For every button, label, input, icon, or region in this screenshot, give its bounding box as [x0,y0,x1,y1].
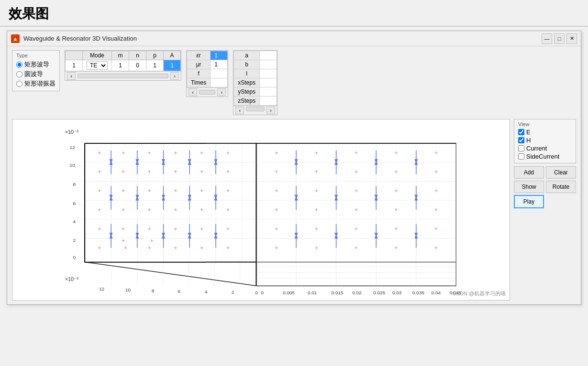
param-row-ur: μr 1 [187,60,228,69]
rp-value-zsteps[interactable] [259,97,277,106]
maximize-button[interactable]: □ [554,33,565,44]
params-nav: ‹ › [187,87,228,97]
mode-table-scrollbar[interactable] [78,74,168,78]
minimize-button[interactable]: — [542,33,552,44]
radio-rect-res-label: 矩形谐振器 [24,79,55,88]
checkbox-H-row[interactable]: H [518,137,572,144]
svg-text:0: 0 [73,255,76,260]
radio-rect-res[interactable]: 矩形谐振器 [16,79,55,88]
svg-text:0.01: 0.01 [308,290,317,295]
param-value-er[interactable]: 1 [211,51,228,60]
action-buttons: Add Clear Show Rotate Play [514,166,576,208]
param-label-times: Times [187,78,211,87]
mode-col-p: p [146,51,164,60]
params-table: εr 1 μr 1 f Times [187,51,228,87]
params-group: εr 1 μr 1 f Times [186,50,228,97]
mode-table-wrap: Mode m n p A 1 TE [65,50,181,81]
show-button[interactable]: Show [514,181,544,193]
mode-table-forward[interactable]: › [170,72,179,80]
rp-scrollbar[interactable] [246,107,265,111]
rotate-button[interactable]: Rotate [546,181,576,193]
add-button[interactable]: Add [514,166,544,179]
checkbox-current[interactable] [518,145,524,151]
checkbox-H[interactable] [518,137,524,143]
svg-text:0.04: 0.04 [432,290,441,295]
svg-text:0.02: 0.02 [352,290,362,295]
svg-text:8: 8 [152,288,155,293]
rp-label-ysteps: ySteps [234,87,260,97]
param-row-times: Times [187,78,228,87]
param-value-f[interactable] [211,69,228,78]
radio-circ-wave[interactable]: 圆波导 [16,70,55,78]
checkbox-sidecurrent-row[interactable]: SideCurrent [518,153,572,160]
rp-row-a: a [234,51,277,60]
checkbox-current-label: Current [526,145,547,152]
params-forward[interactable]: › [217,88,226,96]
rp-label-b: b [234,60,260,69]
row-p: 1 [146,60,164,71]
checkbox-E-row[interactable]: E [518,129,572,136]
param-row-f: f [187,69,228,78]
svg-text:0.015: 0.015 [332,290,344,295]
param-value-times[interactable] [211,78,228,87]
row-A[interactable]: 1 [164,60,181,71]
main-area: ×10⁻³ ×10⁻³ 12 10 8 6 4 2 0 12 10 8 6 4 [7,119,581,304]
row-mode[interactable]: TE TM [83,60,112,71]
rp-value-ysteps[interactable] [259,87,277,97]
svg-text:12: 12 [99,286,105,291]
params-back[interactable]: ‹ [189,88,197,96]
rp-label-l: l [234,69,260,78]
svg-text:2: 2 [232,290,234,295]
right-params-group: a b l xSteps [233,50,277,115]
right-panel: View E H Current SideCu [514,119,576,301]
rp-row-b: b [234,60,277,69]
checkbox-E-label: E [526,129,531,136]
clear-button[interactable]: Clear [546,166,576,179]
radio-rect-wave[interactable]: 矩形波导 [16,60,55,69]
rp-value-b[interactable] [259,60,277,69]
svg-text:0.005: 0.005 [283,290,295,295]
rp-forward[interactable]: › [266,107,275,114]
param-label-er: εr [187,51,211,60]
params-scrollbar[interactable] [199,90,215,95]
svg-text:6: 6 [178,289,180,294]
svg-text:6: 6 [73,201,76,206]
checkbox-current-row[interactable]: Current [518,145,572,152]
rp-nav: ‹ › [233,106,277,115]
table-row: 1 TE TM 1 0 1 1 [66,60,181,71]
checkbox-E[interactable] [518,129,524,135]
checkbox-sidecurrent[interactable] [518,153,524,160]
svg-rect-0 [56,119,466,300]
svg-text:0: 0 [255,290,258,295]
rp-value-a[interactable] [259,51,277,60]
radio-circ-wave-label: 圆波导 [24,70,43,78]
rp-row-zsteps: zSteps [234,97,277,106]
svg-text:2: 2 [73,237,76,243]
svg-text:4: 4 [205,289,208,294]
svg-text:0.035: 0.035 [412,290,424,295]
view-group: View E H Current SideCu [514,119,576,163]
watermark: CSDN @机器学习的喵 [453,290,506,297]
app-icon: ▲ [11,34,20,43]
param-value-ur[interactable]: 1 [211,60,228,69]
mode-col-A: A [164,51,181,60]
top-controls: Type 矩形波导 圆波导 矩形谐振器 [7,46,581,119]
plot-area: ×10⁻³ ×10⁻³ 12 10 8 6 4 2 0 12 10 8 6 4 [12,119,510,301]
mode-col-mode: Mode [83,51,112,60]
rp-label-a: a [234,51,260,60]
svg-text:8: 8 [73,182,76,187]
rp-row-ysteps: ySteps [234,87,277,97]
mode-col-index [66,51,83,60]
svg-text:0: 0 [261,290,264,295]
rp-back[interactable]: ‹ [235,107,244,114]
checkbox-sidecurrent-label: SideCurrent [526,153,559,160]
mode-select[interactable]: TE TM [87,61,108,70]
close-button[interactable]: ✕ [566,33,577,44]
right-params-table: a b l xSteps [233,51,277,106]
rp-value-l[interactable] [259,69,277,78]
param-row-er: εr 1 [187,51,228,60]
rp-value-xsteps[interactable] [259,78,277,87]
mode-table-back[interactable]: ‹ [67,72,76,80]
svg-text:4: 4 [73,219,76,224]
play-button[interactable]: Play [514,195,544,208]
